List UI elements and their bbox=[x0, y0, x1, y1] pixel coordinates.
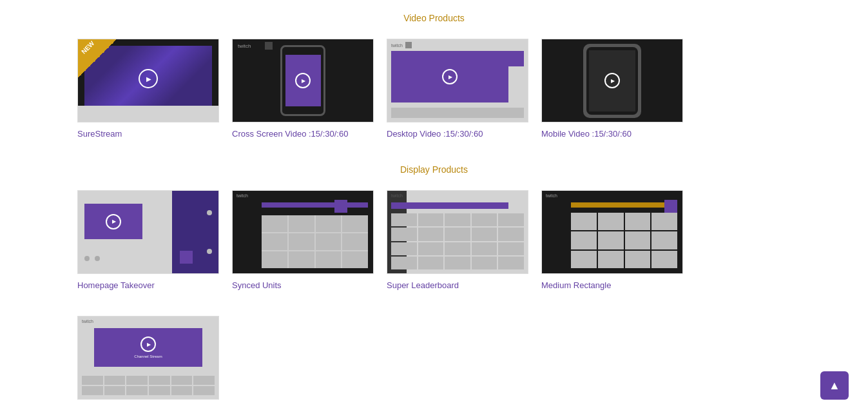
display-product-grid: Homepage Takeover twitch bbox=[26, 190, 842, 290]
product-synced-units[interactable]: twitch bbox=[232, 190, 374, 290]
slb-cell-6 bbox=[391, 228, 417, 240]
mr-cell-6 bbox=[598, 231, 624, 249]
channel-stream-label-overlay: Channel Stream bbox=[134, 355, 162, 358]
video-product-grid: NEW SureStream twitch bbox=[26, 39, 842, 139]
mr-cell-4 bbox=[651, 213, 677, 230]
cross-screen-logo: twitch bbox=[238, 43, 251, 49]
super-lb-logo-area: twitch bbox=[391, 193, 403, 198]
slb-cell-4 bbox=[472, 213, 497, 226]
display-section-title: Display Products bbox=[26, 164, 842, 175]
ch-cell-7 bbox=[82, 386, 103, 395]
surestream-play-icon bbox=[139, 69, 158, 88]
synced-cell-8 bbox=[342, 233, 368, 250]
slb-cell-9 bbox=[472, 228, 497, 240]
slb-cell-10 bbox=[498, 228, 524, 240]
ch-cell-8 bbox=[104, 386, 126, 395]
desktop-play-icon bbox=[442, 69, 458, 84]
cross-phone-screen bbox=[285, 55, 321, 106]
synced-purple-sq bbox=[334, 200, 347, 213]
slb-cell-20 bbox=[498, 257, 524, 269]
synced-left-black bbox=[233, 200, 260, 273]
ch-cell-3 bbox=[126, 376, 148, 385]
synced-cell-9 bbox=[262, 251, 287, 268]
med-rect-left-black bbox=[542, 200, 569, 273]
ch-cell-10 bbox=[149, 386, 170, 395]
med-rect-logo: twitch bbox=[546, 193, 557, 198]
mr-cell-12 bbox=[651, 251, 677, 268]
channel-play-icon bbox=[140, 336, 156, 352]
slb-cell-3 bbox=[445, 213, 470, 226]
surestream-label: SureStream bbox=[77, 129, 122, 139]
desktop-bars bbox=[391, 108, 524, 118]
med-rect-purple-bar bbox=[571, 202, 677, 208]
channel-grid bbox=[82, 376, 215, 395]
hpto-small-purple bbox=[180, 251, 193, 264]
super-lb-logo-text: twitch bbox=[391, 193, 403, 198]
ch-cell-11 bbox=[171, 386, 193, 395]
product-surestream[interactable]: NEW SureStream bbox=[77, 39, 219, 139]
cross-screen-label: Cross Screen Video :15/:30/:60 bbox=[232, 129, 348, 139]
synced-cell-7 bbox=[316, 233, 342, 250]
synced-thumb: twitch bbox=[232, 190, 374, 274]
product-channel-stream[interactable]: twitch Channel Stream bbox=[77, 316, 219, 406]
slb-cell-14 bbox=[472, 242, 497, 255]
desktop-accent-sq bbox=[508, 51, 524, 66]
product-homepage-takeover[interactable]: Homepage Takeover bbox=[77, 190, 219, 290]
desktop-logo-sq bbox=[405, 42, 412, 48]
extra-product-grid: twitch Channel Stream bbox=[26, 316, 842, 406]
ch-cell-4 bbox=[149, 376, 170, 385]
hpto-play-icon bbox=[106, 214, 121, 229]
product-mobile-video[interactable]: Mobile Video :15/:30/:60 bbox=[541, 39, 683, 139]
product-cross-screen[interactable]: twitch Cross Screen Video :15/:30/:60 bbox=[232, 39, 374, 139]
mobile-phone-outer bbox=[583, 44, 641, 118]
mobile-screen bbox=[589, 50, 635, 112]
slb-cell-5 bbox=[498, 213, 524, 226]
synced-cell-12 bbox=[342, 251, 368, 268]
scroll-top-button[interactable]: ▲ bbox=[820, 371, 849, 400]
channel-video-area: Channel Stream bbox=[94, 328, 202, 367]
channel-stream-thumb: twitch Channel Stream bbox=[77, 316, 219, 400]
slb-cell-18 bbox=[445, 257, 470, 269]
synced-logo: twitch bbox=[236, 193, 248, 198]
synced-units-label: Synced Units bbox=[232, 280, 282, 290]
product-desktop-video[interactable]: twitch Desktop Video :15/:30/:60 bbox=[387, 39, 528, 139]
mr-cell-7 bbox=[625, 231, 651, 249]
ch-cell-1 bbox=[82, 376, 103, 385]
new-badge: NEW bbox=[78, 39, 117, 78]
channel-logo: twitch bbox=[82, 319, 93, 324]
mr-cell-9 bbox=[571, 251, 597, 268]
surestream-thumb: NEW bbox=[77, 39, 219, 122]
mr-cell-5 bbox=[571, 231, 597, 249]
slb-cell-1 bbox=[391, 213, 417, 226]
mr-cell-3 bbox=[625, 213, 651, 230]
slb-cell-7 bbox=[418, 228, 444, 240]
ch-cell-2 bbox=[104, 376, 126, 385]
cross-screen-play-icon bbox=[295, 73, 311, 88]
desktop-video-thumb: twitch bbox=[387, 39, 528, 122]
mr-cell-2 bbox=[598, 213, 624, 230]
mr-cell-11 bbox=[625, 251, 651, 268]
ch-cell-12 bbox=[193, 386, 215, 395]
synced-purple-bar bbox=[262, 202, 368, 208]
hpto-thumb bbox=[77, 190, 219, 274]
product-medium-rectangle[interactable]: twitch bbox=[541, 190, 683, 290]
med-rect-purple-sq bbox=[664, 200, 677, 214]
desktop-video-label: Desktop Video :15/:30/:60 bbox=[387, 129, 483, 139]
product-super-leaderboard[interactable]: twitch bbox=[387, 190, 528, 290]
medium-rectangle-label: Medium Rectangle bbox=[541, 280, 611, 290]
desktop-purple-rect bbox=[391, 51, 508, 102]
ch-cell-6 bbox=[193, 376, 215, 385]
slb-cell-11 bbox=[391, 242, 417, 255]
slb-cell-13 bbox=[445, 242, 470, 255]
slb-cell-15 bbox=[498, 242, 524, 255]
slb-cell-19 bbox=[472, 257, 497, 269]
synced-gray-area bbox=[262, 215, 368, 268]
video-section-title: Video Products bbox=[26, 13, 842, 23]
desktop-logo-area: twitch bbox=[391, 42, 412, 48]
cross-screen-thumb: twitch bbox=[232, 39, 374, 122]
mobile-play-icon bbox=[604, 73, 620, 88]
new-badge-text: NEW bbox=[81, 40, 96, 55]
surestream-bar bbox=[78, 106, 218, 122]
hpto-label: Homepage Takeover bbox=[77, 280, 155, 290]
super-leaderboard-label: Super Leaderboard bbox=[387, 280, 459, 290]
